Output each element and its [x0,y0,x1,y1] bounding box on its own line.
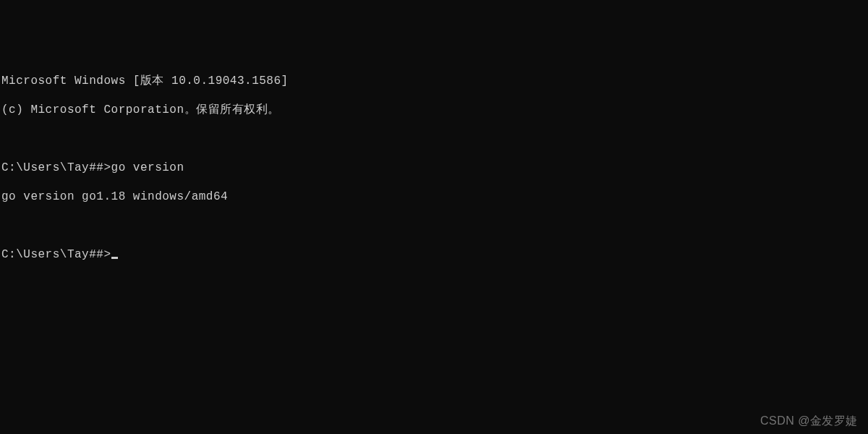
banner-line: Microsoft Windows [版本 10.0.19043.1586] [1,74,867,88]
active-prompt-line[interactable]: C:\Users\Tay##> [1,247,867,262]
blank-line [1,132,867,146]
prompt: C:\Users\Tay##> [1,161,111,175]
output-line: go version go1.18 windows/amd64 [1,190,867,204]
command-line: C:\Users\Tay##>go version [1,161,867,175]
cursor-icon [111,257,118,259]
watermark-text: CSDN @金发罗婕 [760,414,858,428]
terminal-output[interactable]: Microsoft Windows [版本 10.0.19043.1586] (… [1,59,867,276]
blank-line [1,218,867,233]
prompt: C:\Users\Tay##> [1,247,111,262]
command-text: go version [111,161,184,175]
copyright-line: (c) Microsoft Corporation。保留所有权利。 [1,103,867,117]
